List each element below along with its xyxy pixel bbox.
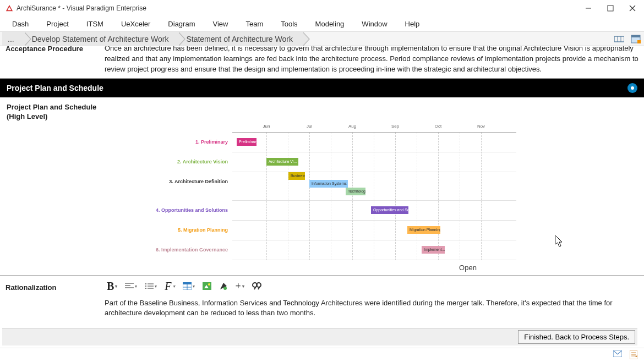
- gantt-row-label: 5. Migration Planning: [135, 227, 228, 233]
- rationalization-label: Rationalization: [6, 279, 105, 319]
- gantt-row-label: 4. Opportunities and Solutions: [135, 207, 228, 213]
- minimize-button[interactable]: [582, 2, 594, 14]
- svg-point-17: [145, 288, 146, 289]
- pin-icon[interactable]: [627, 83, 637, 93]
- month-label: Sep: [391, 124, 399, 129]
- gantt-chart: JunJulAugSepOctNov 1. PreliminaryPrelimi…: [232, 124, 516, 260]
- gantt-row: 6. Implementation GovernanceImplement...: [232, 240, 516, 260]
- plan-title: Project Plan and Schedule: [7, 103, 637, 111]
- svg-point-13: [145, 283, 146, 284]
- rationalization-text: Part of the Baseline Business, Informati…: [105, 298, 638, 319]
- window-controls: [582, 2, 638, 14]
- note-icon[interactable]: [630, 350, 638, 359]
- menu-item-tools[interactable]: Tools: [273, 18, 305, 30]
- window-title: ArchiSurance * - Visual Paradigm Enterpr…: [17, 4, 582, 12]
- section-header-text: Project Plan and Schedule: [7, 84, 103, 92]
- menu-item-team[interactable]: Team: [238, 18, 271, 30]
- menu-item-project[interactable]: Project: [39, 18, 76, 30]
- gantt-row: 4. Opportunities and SolutionsOpportunit…: [232, 201, 516, 221]
- plan-section: Project Plan and Schedule (High Level) J…: [0, 97, 644, 275]
- gantt-row-label: 2. Architecture Vision: [135, 159, 228, 164]
- finish-button[interactable]: Finished. Back to Process Steps.: [518, 330, 635, 344]
- gantt-task[interactable]: Information Systems: [309, 180, 348, 188]
- month-label: Jun: [263, 124, 270, 129]
- bottom-bar: Finished. Back to Process Steps.: [2, 328, 637, 345]
- shape-button[interactable]: [217, 281, 230, 292]
- month-label: Nov: [477, 124, 485, 129]
- menu-item-modeling[interactable]: Modeling: [308, 18, 352, 30]
- gantt-task[interactable]: Technology: [346, 188, 365, 195]
- maximize-button[interactable]: [604, 2, 616, 14]
- layout-icon[interactable]: [613, 33, 625, 45]
- gantt-task[interactable]: Opportunities and So...: [371, 206, 408, 214]
- gantt-task[interactable]: Implement...: [422, 246, 445, 254]
- align-button[interactable]: ▾: [123, 281, 139, 291]
- svg-rect-8: [631, 35, 640, 37]
- gantt-header: JunJulAugSepOctNov: [232, 124, 516, 133]
- editor-toolbar: B▾ ▾ ▾ F▾ ▾ +▾: [105, 279, 638, 294]
- mail-icon[interactable]: [613, 350, 622, 359]
- svg-point-15: [145, 286, 146, 287]
- svg-point-26: [223, 287, 227, 290]
- gantt-row-label: 6. Implementation Governance: [135, 247, 228, 253]
- app-icon: [6, 4, 13, 12]
- rationalization-row: Rationalization B▾ ▾ ▾ F▾ ▾: [0, 275, 644, 325]
- list-button[interactable]: ▾: [143, 281, 159, 291]
- acceptance-text: Once an architecture has been defined, i…: [105, 46, 638, 75]
- gantt-row-label: 3. Architecture Definition: [135, 179, 228, 184]
- menubar: DashProjectITSMUeXcelerDiagramViewTeamTo…: [0, 17, 644, 32]
- panel-icon[interactable]: [630, 33, 642, 45]
- month-label: Aug: [348, 124, 356, 129]
- menu-item-dash[interactable]: Dash: [4, 18, 36, 30]
- plan-subtitle: (High Level): [7, 112, 637, 120]
- table-button[interactable]: ▾: [181, 281, 197, 291]
- svg-rect-4: [614, 36, 624, 42]
- month-label: Oct: [435, 124, 441, 129]
- svg-rect-1: [608, 6, 613, 11]
- acceptance-procedure-row: Acceptance Procedure Once an architectur…: [0, 46, 644, 79]
- menu-item-uexceler[interactable]: UeXceler: [113, 18, 158, 30]
- breadcrumb-item-develop[interactable]: Develop Statement of Architecture Work: [20, 32, 179, 46]
- menu-item-itsm[interactable]: ITSM: [79, 18, 111, 30]
- svg-rect-9: [637, 40, 641, 43]
- main-content: Acceptance Procedure Once an architectur…: [0, 46, 644, 344]
- gantt-task[interactable]: Migration Planning: [407, 226, 440, 234]
- gantt-row: 5. Migration PlanningMigration Planning: [232, 221, 516, 240]
- breadcrumb-bar: ... Develop Statement of Architecture Wo…: [0, 32, 644, 46]
- section-header-plan: Project Plan and Schedule: [0, 79, 644, 97]
- menu-item-diagram[interactable]: Diagram: [160, 18, 203, 30]
- menu-item-view[interactable]: View: [205, 18, 236, 30]
- bold-button[interactable]: B▾: [105, 279, 119, 294]
- gantt-row-label: 1. Preliminary: [135, 139, 228, 145]
- gantt-row: 3. Architecture DefinitionBusinessInform…: [232, 172, 516, 201]
- statusbar: [0, 348, 644, 361]
- svg-rect-32: [630, 350, 637, 359]
- gantt-row: 1. PreliminaryPreliminary: [232, 133, 516, 152]
- gantt-task[interactable]: Preliminary: [237, 138, 256, 146]
- month-label: Jul: [307, 124, 312, 129]
- image-button[interactable]: [200, 281, 214, 291]
- gantt-task[interactable]: Business: [288, 172, 305, 180]
- menu-item-help[interactable]: Help: [397, 18, 428, 30]
- font-button[interactable]: F▾: [162, 279, 177, 294]
- titlebar: ArchiSurance * - Visual Paradigm Enterpr…: [0, 0, 644, 17]
- breadcrumb-item-statement[interactable]: Statement of Architecture Work: [174, 32, 303, 46]
- acceptance-label: Acceptance Procedure: [6, 46, 105, 75]
- gantt-task[interactable]: Architecture Vi...: [266, 158, 298, 166]
- close-button[interactable]: [626, 2, 638, 14]
- find-button[interactable]: [250, 281, 264, 292]
- open-link[interactable]: Open: [298, 260, 637, 272]
- menu-item-window[interactable]: Window: [354, 18, 395, 30]
- add-button[interactable]: +▾: [233, 279, 247, 293]
- svg-point-25: [208, 283, 210, 286]
- gantt-row: 2. Architecture VisionArchitecture Vi...: [232, 152, 516, 172]
